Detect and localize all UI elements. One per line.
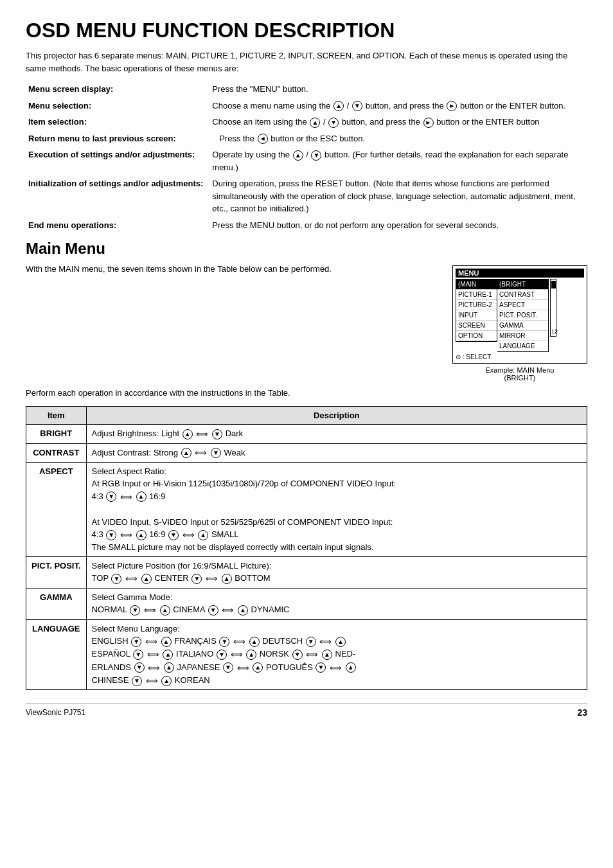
item-cell: GAMMA: [26, 588, 87, 619]
double-arrow-icon: ⟺: [144, 605, 156, 615]
menu-diagram-container: MENU (MAIN PICTURE-1 PICTURE-2 INPUT SCR…: [452, 263, 587, 382]
table-row: ASPECT Select Aspect Ratio: At RGB Input…: [26, 462, 587, 556]
table-row: Return menu to last previous screen: Pre…: [26, 130, 587, 147]
down-btn-icon: ▼: [208, 605, 218, 616]
op-desc: Press the ◄ button or the ESC button.: [209, 130, 587, 147]
col-desc-header: Description: [86, 406, 587, 425]
down-btn-icon: ▼: [211, 448, 221, 458]
double-arrow-icon: ⟺: [145, 637, 157, 646]
main-menu-heading: Main Menu: [26, 240, 587, 258]
double-arrow-icon: ⟺: [125, 574, 138, 583]
menu-left-item: SCREEN: [456, 321, 497, 331]
table-row: PICT. POSIT. Select Picture Position (fo…: [26, 556, 587, 588]
footer-brand: ViewSonic PJ751: [26, 708, 577, 717]
op-label: End menu operations:: [26, 217, 209, 234]
main-menu-text1: With the MAIN menu, the seven items show…: [26, 263, 440, 276]
item-cell: CONTRAST: [26, 443, 87, 462]
intro-paragraph: This projector has 6 separate menus: MAI…: [26, 49, 587, 75]
desc-cell: Adjust Brightness: Light ▲ ⟺ ▼ Dark: [86, 425, 587, 443]
down-btn-icon: ▼: [191, 574, 202, 584]
double-arrow-icon: ⟺: [206, 574, 218, 583]
down-btn-icon: ▼: [311, 150, 321, 161]
menu-left-item: PICTURE-1: [456, 290, 497, 300]
double-arrow-icon: ⟺: [237, 663, 249, 673]
up-btn-icon: ▲: [246, 650, 256, 660]
menu-diagram: MENU (MAIN PICTURE-1 PICTURE-2 INPUT SCR…: [452, 265, 587, 364]
double-arrow-icon: ⟺: [182, 530, 195, 540]
up-btn-icon: ▲: [293, 150, 303, 161]
double-arrow-icon: ⟺: [233, 637, 245, 646]
table-row: Execution of settings and/or adjustments…: [26, 146, 587, 175]
up-btn-icon: ▲: [310, 118, 320, 128]
op-label: Initialization of settings and/or adjust…: [26, 175, 209, 217]
main-menu-layout: With the MAIN menu, the seven items show…: [26, 263, 587, 382]
table-row: BRIGHT Adjust Brightness: Light ▲ ⟺ ▼ Da…: [26, 425, 587, 443]
up-btn-icon: ▲: [181, 448, 191, 458]
menu-left-item: OPTION: [456, 331, 497, 341]
down-btn-icon: ▼: [212, 429, 222, 439]
menu-right-item: LANGUAGE: [497, 341, 548, 351]
main-menu-text: With the MAIN menu, the seven items show…: [26, 263, 440, 276]
up-btn-icon: ▲: [253, 662, 263, 673]
table-header-row: Item Description: [26, 406, 587, 425]
down-btn-icon: ▼: [306, 637, 316, 647]
double-arrow-icon: ⟺: [148, 663, 160, 673]
operations-table: Menu screen display: Press the "MENU" bu…: [26, 81, 587, 233]
footer-page-number: 23: [577, 707, 587, 718]
desc-cell: Select Picture Position (for 16:9/SMALL …: [86, 556, 587, 588]
item-cell: PICT. POSIT.: [26, 556, 87, 588]
down-btn-icon: ▼: [168, 530, 179, 540]
table-row: Menu screen display: Press the "MENU" bu…: [26, 81, 587, 98]
down-btn-icon: ▼: [106, 492, 116, 502]
up-btn-icon: ▲: [136, 530, 147, 540]
down-btn-icon: ▼: [106, 530, 116, 540]
down-btn-icon: ▼: [328, 118, 339, 128]
desc-cell: Select Menu Language: ENGLISH ▼ ⟺ ▲ FRAN…: [86, 619, 587, 690]
double-arrow-icon: ⟺: [319, 637, 332, 646]
op-label: Item selection:: [26, 114, 209, 130]
op-label: Menu selection:: [26, 98, 209, 114]
desc-cell: Adjust Contrast: Strong ▲ ⟺ ▼ Weak: [86, 443, 587, 462]
menu-diagram-cols: (MAIN PICTURE-1 PICTURE-2 INPUT SCREEN O…: [456, 279, 584, 352]
op-label: Menu screen display:: [26, 81, 209, 98]
op-desc: Operate by using the ▲ / ▼ button. (For …: [209, 146, 587, 175]
table-row: Initialization of settings and/or adjust…: [26, 175, 587, 217]
up-btn-icon: ▲: [333, 101, 344, 111]
op-desc: Choose an item using the ▲ / ▼ button, a…: [209, 114, 587, 130]
op-desc: Press the MENU button, or do not perform…: [209, 217, 587, 234]
table-row: GAMMA Select Gamma Mode: NORMAL ▼ ⟺ ▲ CI…: [26, 588, 587, 619]
double-arrow-icon: ⟺: [147, 650, 159, 659]
menu-left-item: INPUT: [456, 310, 497, 321]
down-btn-icon: ▼: [131, 637, 141, 647]
double-arrow-icon: ⟺: [196, 429, 208, 439]
up-btn-icon: ▲: [141, 574, 152, 584]
menu-col-right: (BRIGHT CONTRAST ASPECT PICT. POSIT. GAM…: [497, 279, 549, 352]
scroll-thumb: [551, 281, 556, 288]
up-btn-icon: ▲: [182, 429, 193, 439]
table-row: LANGUAGE Select Menu Language: ENGLISH ▼…: [26, 619, 587, 690]
up-btn-icon: ▲: [160, 605, 170, 616]
item-cell: ASPECT: [26, 462, 87, 556]
op-desc: Press the "MENU" button.: [209, 81, 587, 98]
up-btn-icon: ▲: [238, 605, 248, 616]
down-btn-icon: ▼: [352, 101, 362, 111]
op-label: Return menu to last previous screen:: [26, 130, 209, 147]
page-title: OSD MENU FUNCTION DESCRIPTION: [26, 19, 587, 42]
down-btn-icon: ▼: [223, 662, 233, 673]
select-label: ⊙ : SELECT: [456, 353, 584, 360]
op-desc: Choose a menu name using the ▲ / ▼ butto…: [209, 98, 587, 114]
table-row: End menu operations: Press the MENU butt…: [26, 217, 587, 234]
main-menu-section: Main Menu With the MAIN menu, the seven …: [26, 240, 587, 690]
up-btn-icon: ▲: [163, 650, 173, 660]
menu-right-item: MIRROR: [497, 331, 548, 341]
double-arrow-icon: ⟺: [222, 605, 234, 615]
down-btn-icon: ▼: [315, 662, 326, 673]
footer: ViewSonic PJ751 23: [26, 703, 587, 718]
double-arrow-icon: ⟺: [120, 492, 132, 502]
scroll-label: 12: [551, 328, 556, 335]
op-label: Execution of settings and/or adjustments…: [26, 146, 209, 175]
table-row: Menu selection: Choose a menu name using…: [26, 98, 587, 114]
double-arrow-icon: ⟺: [231, 650, 243, 659]
desc-cell: Select Gamma Mode: NORMAL ▼ ⟺ ▲ CINEMA ▼…: [86, 588, 587, 619]
op-desc: During operation, press the RESET button…: [209, 175, 587, 217]
